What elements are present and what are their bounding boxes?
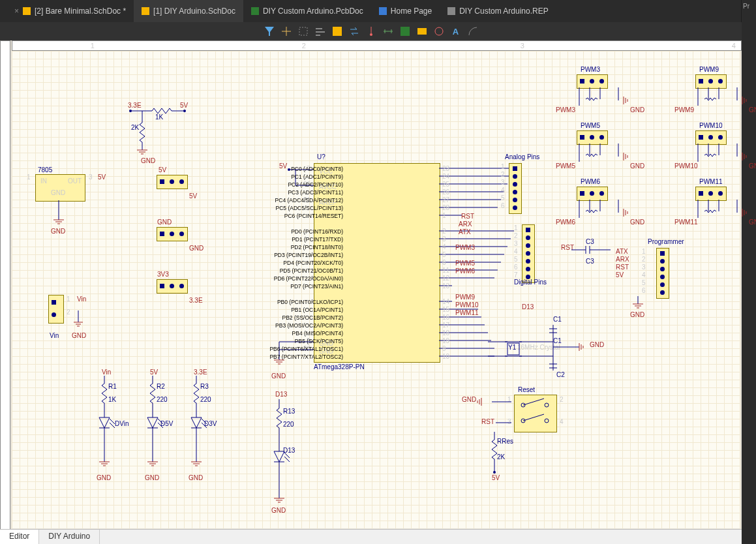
filter-icon[interactable] [265, 27, 274, 36]
rres [485, 432, 505, 477]
hdr-5v[interactable] [157, 175, 188, 189]
label-analog: Analog Pins [505, 154, 539, 160]
netlabel: ARX [616, 256, 629, 263]
netlabel: 5V [616, 272, 624, 279]
netlabel: RST [461, 213, 474, 220]
pinnum: 2 [514, 233, 518, 239]
netlabel: GND [189, 475, 203, 481]
mcu-pin: PB3 (MOSI/OC2A/PCINT3) [219, 322, 343, 329]
toggle-icon[interactable] [434, 27, 444, 36]
led-chain-vin [93, 376, 119, 480]
schematic-icon [23, 7, 31, 15]
des-c3b: C3 [586, 258, 594, 265]
pin-in: IN [40, 178, 47, 185]
netlabel: RST [616, 264, 629, 271]
rect-select-icon[interactable] [299, 27, 308, 36]
hdr-3v3[interactable] [157, 279, 188, 294]
mcu-pin: PD1 (PCINT17/TXD) [219, 236, 343, 243]
svg-marker-45 [147, 417, 158, 428]
svg-rect-4 [316, 28, 322, 29]
pinnum: 1 [67, 296, 70, 303]
netlabel: ATX [459, 229, 471, 235]
analog-header[interactable] [509, 163, 522, 214]
tab-diy-arduino-pcb[interactable]: DIY Custom Arduino.PcbDoc [243, 0, 371, 22]
pcb-icon [251, 7, 259, 15]
pinnum: 14 [442, 299, 449, 305]
mcu-pin: PC1 (ADC1/PCINT9) [219, 174, 343, 180]
schematic-canvas[interactable]: 3.3E 5V 1K 2K GND 7805 IN OUT GND 1 3 5V… [12, 51, 740, 528]
tab-rep[interactable]: DIY Custom Arduino.REP [440, 0, 556, 22]
statusbar-project[interactable]: DIY Arduino [39, 530, 100, 544]
pinnum: 3 [501, 179, 505, 186]
netlabel: PWM11 [455, 310, 479, 316]
align-icon[interactable] [316, 27, 325, 36]
mcu-pin: PC0 (ADC0/PCINT8) [219, 166, 343, 172]
ruler-tick: 2 [302, 42, 306, 50]
netlabel: GND [97, 475, 111, 481]
netlabel: D13 [275, 391, 287, 398]
svg-marker-0 [265, 27, 274, 36]
highlight-icon[interactable] [333, 27, 342, 36]
netlabel-33e: 3.3E [128, 102, 142, 109]
hdr-gnd[interactable] [157, 227, 188, 241]
status-bar: Editor DIY Arduino [0, 529, 742, 544]
des-u: U? [317, 154, 325, 160]
pinnum: 3 [442, 236, 446, 243]
tab-label: DIY Custom Arduino.REP [459, 7, 549, 16]
ruler-tick: 3 [521, 42, 524, 50]
right-panel[interactable]: Pr [741, 0, 756, 535]
pinnum: 9 [442, 346, 446, 352]
close-icon[interactable]: × [14, 7, 19, 16]
label-prog: Programmer [648, 239, 684, 245]
svg-marker-35 [99, 417, 110, 428]
svg-marker-65 [274, 451, 284, 462]
svg-point-134 [545, 419, 549, 423]
netlabel: 3.3E [189, 297, 203, 304]
netlabel: D13 [522, 304, 534, 310]
mcu-pin: PB2 (SS/OC1B/PCINT2) [219, 314, 343, 321]
horizontal-ruler: 1 2 3 4 [12, 40, 742, 51]
statusbar-editor[interactable]: Editor [0, 530, 39, 544]
tab-diy-arduino-sch[interactable]: [1] DIY Arduino.SchDoc [134, 0, 243, 22]
vin-header[interactable] [48, 295, 64, 324]
pinnum: 2 [642, 256, 646, 263]
svg-point-19 [183, 110, 186, 112]
netlabel: Vin [102, 369, 111, 376]
vertical-ruler [0, 40, 10, 530]
svg-rect-108 [507, 343, 519, 355]
netlabel: PWM9 [455, 294, 475, 301]
pinnum: 18 [442, 330, 449, 337]
swap-icon[interactable] [350, 27, 359, 36]
tag-icon[interactable] [417, 27, 427, 36]
pin-icon[interactable] [367, 27, 376, 36]
netlabel: GND [271, 373, 286, 380]
svg-point-9 [370, 33, 372, 36]
netlabel-gnd: GND [72, 333, 86, 339]
mcu-pin: PB0 (PCINT0/CLKO/ICP1) [219, 299, 343, 305]
mcu-pin: PC6 (PCINT14/RESET) [219, 213, 343, 219]
tab-label: [1] DIY Arduino.SchDoc [153, 7, 235, 16]
netlabel-5v: 5V [180, 102, 188, 109]
dim-icon[interactable] [384, 27, 393, 36]
pinnum: 28 [442, 205, 449, 211]
mcu-pin: PB6 (PCINT6/XTAL1/TOSC1) [219, 346, 343, 352]
properties-tab[interactable]: Pr [742, 0, 756, 12]
pinnum: 6 [442, 260, 446, 266]
arc-icon[interactable] [468, 27, 477, 36]
svg-rect-5 [316, 31, 325, 33]
pinnum: 6 [514, 264, 518, 271]
digital-header[interactable] [522, 224, 535, 283]
pinnum: 10 [442, 354, 449, 360]
cross-icon[interactable] [282, 27, 291, 36]
pinnum: 1 [442, 213, 446, 219]
tab-home[interactable]: Home Page [371, 0, 440, 22]
svg-point-131 [545, 403, 549, 407]
document-tabs: × [2] Bare Minimal.SchDoc * [1] DIY Ardu… [0, 0, 756, 23]
netlabel-gnd: GND [141, 158, 155, 164]
text-icon[interactable]: A [451, 27, 461, 36]
prog-header[interactable] [656, 248, 669, 299]
pinnum: 19 [442, 338, 449, 344]
grid-icon[interactable] [401, 27, 410, 36]
pinnum: 4 [560, 419, 564, 425]
tab-bare-minimal[interactable]: × [2] Bare Minimal.SchDoc * [4, 0, 134, 22]
